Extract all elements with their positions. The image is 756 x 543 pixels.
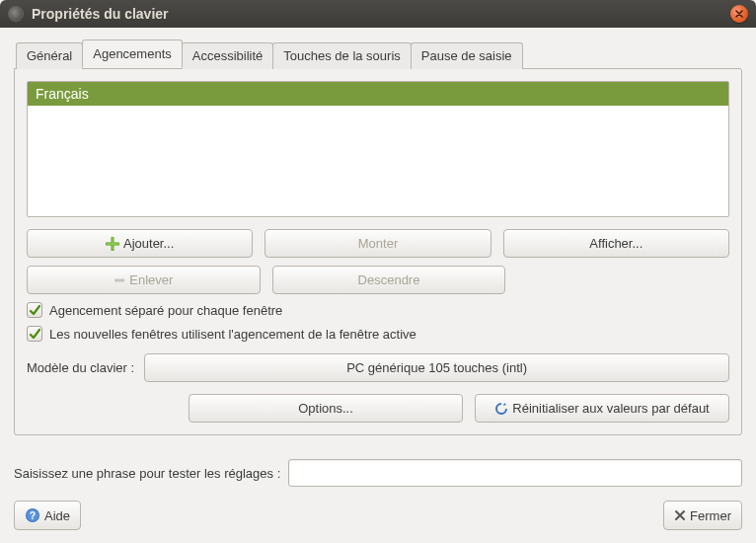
reset-defaults-button[interactable]: Réinitialiser aux valeurs par défaut <box>475 394 729 423</box>
window-title: Propriétés du clavier <box>32 6 730 22</box>
tab-label: Agencements <box>93 46 172 61</box>
button-label: Options... <box>298 401 353 416</box>
button-label: Aide <box>44 508 70 523</box>
options-button[interactable]: Options... <box>189 394 463 423</box>
tab-mousekeys[interactable]: Touches de la souris <box>272 42 412 69</box>
keyboard-model-row: Modèle du clavier : PC générique 105 tou… <box>27 353 729 382</box>
checkbox-label: Les nouvelles fenêtres utilisent l'agenc… <box>49 327 416 342</box>
move-down-button[interactable]: Descendre <box>272 266 506 294</box>
close-icon <box>674 509 686 521</box>
check-icon <box>29 328 41 341</box>
layout-buttons-row-2: Enlever Descendre <box>27 266 729 294</box>
tab-label: Accessibilité <box>192 48 264 63</box>
tab-label: Pause de saisie <box>421 48 512 63</box>
button-label: Monter <box>358 236 398 251</box>
help-button[interactable]: ? Aide <box>14 501 81 530</box>
checkbox-new-windows-inherit[interactable] <box>27 326 42 342</box>
model-value: PC générique 105 touches (intl) <box>346 360 527 375</box>
tabs-row: Général Agencements Accessibilité Touche… <box>14 39 742 68</box>
tab-typingbreak[interactable]: Pause de saisie <box>411 42 523 69</box>
test-typing-row: Saisissez une phrase pour tester les rég… <box>14 459 742 487</box>
options-row: Options... Réinitialiser aux valeurs par… <box>27 394 729 423</box>
button-label: Enlever <box>129 272 173 287</box>
button-label: Fermer <box>690 508 731 523</box>
add-button[interactable]: Ajouter... <box>27 229 253 258</box>
spacer <box>81 501 663 530</box>
checkbox-label: Agencement séparé pour chaque fenêtre <box>49 303 282 318</box>
layout-listbox[interactable]: Français <box>27 81 729 217</box>
checkbox-separate-per-window[interactable] <box>27 302 42 318</box>
button-label: Afficher... <box>589 236 643 251</box>
check-icon <box>29 304 41 317</box>
button-label: Ajouter... <box>123 236 174 251</box>
svg-rect-0 <box>114 278 124 281</box>
test-typing-input[interactable] <box>288 459 742 487</box>
reload-icon <box>494 402 508 416</box>
layout-buttons-row-1: Ajouter... Monter Afficher... <box>27 229 729 258</box>
list-item[interactable]: Français <box>28 82 728 106</box>
model-label: Modèle du clavier : <box>27 360 134 375</box>
test-label: Saisissez une phrase pour tester les rég… <box>14 466 280 481</box>
spacer <box>517 266 729 294</box>
close-button[interactable]: Fermer <box>663 501 742 530</box>
model-chooser-button[interactable]: PC générique 105 touches (intl) <box>144 353 729 382</box>
close-icon <box>735 10 743 18</box>
remove-button[interactable]: Enlever <box>27 266 261 294</box>
tab-panel-layouts: Français Ajouter... Monter Afficher... E… <box>14 68 742 435</box>
help-icon: ? <box>25 507 40 523</box>
check-separate-row: Agencement séparé pour chaque fenêtre <box>27 302 729 318</box>
tab-layouts[interactable]: Agencements <box>82 39 183 68</box>
layout-name: Français <box>36 86 89 102</box>
tab-label: Touches de la souris <box>283 48 401 63</box>
app-icon <box>8 6 24 22</box>
button-label: Descendre <box>358 272 420 287</box>
check-newwin-row: Les nouvelles fenêtres utilisent l'agenc… <box>27 326 729 342</box>
remove-icon <box>113 274 125 286</box>
window-body: Général Agencements Accessibilité Touche… <box>0 28 756 543</box>
footer-row: ? Aide Fermer <box>14 501 742 530</box>
add-icon <box>106 237 119 251</box>
tab-accessibility[interactable]: Accessibilité <box>182 42 274 69</box>
tab-general[interactable]: Général <box>16 42 83 69</box>
show-button[interactable]: Afficher... <box>503 229 729 258</box>
svg-text:?: ? <box>30 510 36 521</box>
tab-label: Général <box>27 48 72 63</box>
titlebar: Propriétés du clavier <box>0 0 756 28</box>
window-close-button[interactable] <box>730 5 748 23</box>
move-up-button[interactable]: Monter <box>265 229 491 258</box>
button-label: Réinitialiser aux valeurs par défaut <box>512 401 709 416</box>
